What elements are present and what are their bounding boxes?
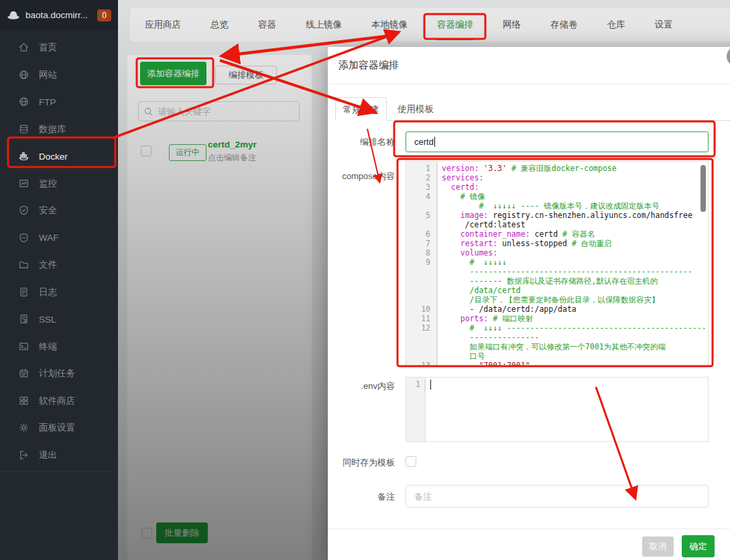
search-box	[138, 101, 300, 121]
code-line: 13 - "7001:7001"	[406, 361, 708, 366]
sidebar-item-terminal[interactable]: 终端	[0, 333, 118, 361]
note-label: 备注	[328, 491, 395, 503]
sidebar-item-label: 软件商店	[39, 395, 75, 407]
code-line: 6 container_name: certd # 容器名	[406, 229, 708, 239]
code-line: # ↓↓↓↓↓ ---- 镜像版本号，建议改成固定版本号	[406, 201, 708, 211]
code-line: 7 restart: unless-stopped # 自动重启	[406, 239, 708, 248]
orchestration-row[interactable]: 运行中 certd_2myr 点击编辑备注	[127, 137, 312, 168]
docker-icon	[19, 151, 29, 162]
search-icon	[144, 107, 153, 116]
code-line: 1version: '3.3' # 兼容旧版docker-compose	[406, 164, 708, 173]
sidebar-item-logout[interactable]: 退出	[0, 442, 118, 473]
sidebar-item-monitor[interactable]: 监控	[0, 170, 118, 198]
docker-top-tabs: 应用商店总览容器线上镜像本地镜像容器编排网络存储卷仓库设置	[130, 8, 730, 42]
tab-4[interactable]: 线上镜像	[306, 8, 342, 42]
sidebar-menu: 首页网站FTP数据库Docker监控安全WAF文件日志SSL终端计划任务软件商店…	[0, 30, 118, 472]
home-icon	[19, 42, 29, 53]
appstore-icon	[19, 396, 29, 406]
sidebar-item-label: Docker	[39, 152, 68, 162]
confirm-button[interactable]: 确定	[682, 535, 715, 557]
text-caret	[430, 380, 431, 390]
sidebar-item-appstore[interactable]: 软件商店	[0, 388, 118, 415]
tab-1[interactable]: 应用商店	[145, 8, 181, 42]
sidebar-item-label: 首页	[39, 42, 57, 54]
sidebar-item-ssl[interactable]: SSL	[0, 306, 118, 333]
modal-tab-create[interactable]: 常规创建	[335, 97, 387, 121]
sidebar-item-waf[interactable]: WAF	[0, 225, 118, 252]
sidebar-item-label: 监控	[39, 178, 57, 190]
sidebar-item-website[interactable]: 网站	[0, 62, 118, 89]
code-line: 9 # ↓↓↓↓↓	[406, 258, 708, 267]
tab-6[interactable]: 容器编排	[437, 8, 473, 42]
logs-icon	[19, 287, 29, 298]
code-line: 2services:	[406, 173, 708, 182]
scrollbar-thumb[interactable]	[701, 165, 706, 212]
sidebar-item-ftp[interactable]: FTP	[0, 89, 118, 116]
code-line: /目录下，【您需要定时备份此目录，以保障数据容灾】	[406, 295, 708, 304]
code-line: ----------------------------------------…	[406, 267, 708, 276]
code-line: 如果端口有冲突，可以修改第一个7001为其他不冲突的端	[406, 342, 708, 351]
save-as-template-label: 同时存为模板	[328, 457, 395, 469]
tab-10[interactable]: 设置	[655, 8, 673, 42]
panel-title: baota.docmirr...	[25, 10, 93, 20]
ftp-icon	[19, 97, 29, 107]
compose-editor[interactable]: 1version: '3.3' # 兼容旧版docker-compose2ser…	[406, 161, 709, 366]
security-icon	[19, 205, 29, 216]
waf-icon	[19, 233, 29, 243]
cron-icon	[19, 368, 29, 379]
sidebar-item-label: 退出	[39, 449, 57, 461]
env-editor[interactable]: 1	[406, 377, 709, 442]
sidebar-item-label: 面板设置	[39, 422, 75, 434]
monitor-icon	[19, 178, 29, 189]
note-input[interactable]	[406, 485, 709, 508]
terminal-icon	[19, 341, 29, 352]
notification-badge[interactable]: 0	[97, 9, 111, 21]
orchestration-name-link[interactable]: certd_2myr	[208, 139, 257, 150]
tab-7[interactable]: 网络	[503, 8, 521, 42]
add-orchestration-modal: 添加容器编排 ✕ 常规创建使用模板 编排名称 certd compose内容 1…	[328, 47, 730, 560]
sidebar-item-label: 数据库	[39, 123, 66, 135]
orchestration-list-panel: 添加容器编排 编排模板 运行中 certd_2myr 点击编辑备注 批量删除	[127, 55, 312, 560]
sidebar-item-cron[interactable]: 计划任务	[0, 360, 118, 388]
cancel-button[interactable]: 取消	[642, 537, 674, 557]
code-line: 3 certd:	[406, 182, 708, 192]
sidebar-item-logs[interactable]: 日志	[0, 279, 118, 306]
add-orchestration-button[interactable]: 添加容器编排	[140, 62, 206, 85]
search-input[interactable]	[157, 106, 294, 117]
tab-9[interactable]: 仓库	[607, 8, 625, 42]
sidebar-item-home[interactable]: 首页	[0, 34, 118, 62]
sidebar-item-label: 网站	[39, 69, 57, 81]
batch-delete-button[interactable]: 批量删除	[156, 522, 208, 543]
sidebar-item-security[interactable]: 安全	[0, 197, 118, 225]
tab-3[interactable]: 容器	[258, 8, 276, 42]
modal-title: 添加容器编排	[339, 59, 399, 72]
sidebar-item-label: 文件	[39, 259, 57, 271]
sidebar-item-docker[interactable]: Docker	[0, 143, 118, 170]
sidebar-item-label: 日志	[39, 286, 57, 298]
sidebar-item-files[interactable]: 文件	[0, 251, 118, 279]
tab-5[interactable]: 本地镜像	[371, 8, 408, 42]
save-as-template-checkbox[interactable]	[406, 456, 416, 467]
modal-tab-template[interactable]: 使用模板	[387, 97, 444, 121]
sidebar-item-settings[interactable]: 面板设置	[0, 414, 118, 442]
orchestration-name-input[interactable]: certd	[406, 131, 709, 152]
tab-8[interactable]: 存储卷	[550, 8, 578, 42]
modal-tabs: 常规创建使用模板	[335, 97, 730, 121]
sidebar-item-label: WAF	[39, 233, 59, 243]
name-label: 编排名称	[328, 136, 395, 148]
sidebar-item-label: SSL	[39, 315, 56, 325]
logo-row[interactable]: baota.docmirr... 0	[0, 0, 118, 30]
code-line: 11 ports: # 端口映射	[406, 314, 708, 323]
code-line: 8 volumes:	[406, 248, 708, 258]
row-checkbox[interactable]	[141, 146, 151, 156]
files-icon	[19, 260, 29, 270]
orchestration-template-button[interactable]: 编排模板	[215, 66, 277, 85]
batch-actions-row: 批量删除	[127, 522, 312, 549]
select-all-checkbox[interactable]	[141, 528, 152, 539]
status-badge: 运行中	[169, 144, 206, 161]
tab-2[interactable]: 总览	[210, 8, 229, 42]
edit-note-link[interactable]: 点击编辑备注	[208, 152, 256, 164]
modal-header: 添加容器编排	[328, 47, 730, 85]
sidebar: baota.docmirr... 0 首页网站FTP数据库Docker监控安全W…	[0, 0, 118, 560]
sidebar-item-database[interactable]: 数据库	[0, 116, 118, 144]
